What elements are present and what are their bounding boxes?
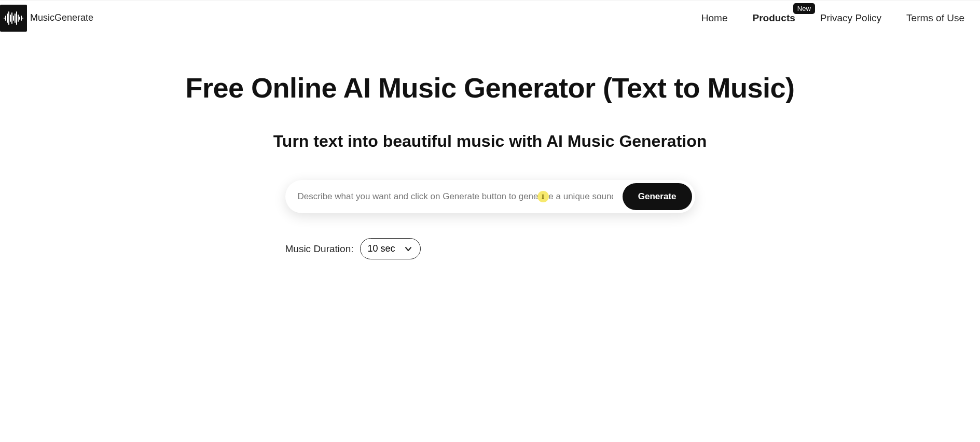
nav: Home Products New Privacy Policy Terms o… — [701, 12, 964, 24]
header: MusicGenerate Home Products New Privacy … — [0, 0, 980, 35]
duration-label: Music Duration: — [285, 243, 354, 255]
new-badge: New — [793, 3, 815, 14]
nav-products-label: Products — [752, 12, 795, 23]
nav-products[interactable]: Products New — [752, 12, 795, 24]
nav-privacy[interactable]: Privacy Policy — [820, 12, 881, 24]
logo-icon — [0, 5, 27, 32]
generate-button[interactable]: Generate — [623, 183, 692, 210]
page-subtitle: Turn text into beautiful music with AI M… — [273, 132, 707, 151]
input-wrapper: I — [288, 184, 623, 209]
duration-value: 10 sec — [368, 243, 395, 254]
duration-select[interactable]: 10 sec — [360, 238, 421, 259]
nav-terms[interactable]: Terms of Use — [906, 12, 964, 24]
prompt-input[interactable] — [288, 184, 623, 209]
logo-section[interactable]: MusicGenerate — [0, 5, 93, 32]
prompt-container: I Generate — [285, 180, 695, 213]
brand-name: MusicGenerate — [30, 12, 93, 23]
text-cursor-icon: I — [537, 191, 549, 202]
chevron-down-icon — [405, 245, 412, 253]
duration-row: Music Duration: 10 sec — [285, 238, 695, 259]
page-title: Free Online AI Music Generator (Text to … — [185, 72, 794, 104]
main-content: Free Online AI Music Generator (Text to … — [89, 35, 891, 259]
nav-home[interactable]: Home — [701, 12, 728, 24]
